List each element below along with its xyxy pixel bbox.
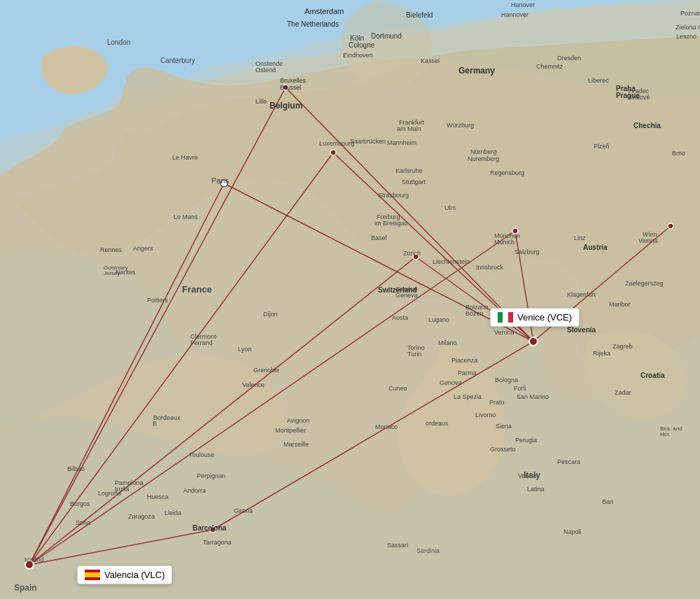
svg-text:Perugia: Perugia xyxy=(515,437,537,444)
svg-text:Eindhoven: Eindhoven xyxy=(343,52,373,59)
svg-text:Italy: Italy xyxy=(524,470,540,480)
svg-text:Lyon: Lyon xyxy=(238,346,251,353)
svg-text:Huesca: Huesca xyxy=(147,493,169,500)
svg-text:Andorra: Andorra xyxy=(183,487,206,494)
svg-text:Soria: Soria xyxy=(76,519,90,526)
svg-text:Spain: Spain xyxy=(14,583,37,593)
svg-text:Bordeaux: Bordeaux xyxy=(153,414,181,421)
svg-text:Zadar: Zadar xyxy=(615,389,631,396)
svg-text:Vienna: Vienna xyxy=(638,237,658,244)
svg-text:Salzburg: Salzburg xyxy=(514,248,540,255)
svg-text:Bologna: Bologna xyxy=(495,376,518,383)
svg-text:Madrid: Madrid xyxy=(24,556,44,563)
svg-text:Toulouse: Toulouse xyxy=(189,451,214,458)
svg-text:Liberec: Liberec xyxy=(588,77,609,84)
svg-text:Monaco: Monaco xyxy=(375,423,398,430)
svg-text:Sassari: Sassari xyxy=(387,542,408,549)
svg-text:Her.: Her. xyxy=(660,431,671,437)
svg-text:Perpignan: Perpignan xyxy=(197,472,225,479)
svg-text:London: London xyxy=(107,38,130,46)
svg-text:Munich: Munich xyxy=(494,239,514,246)
svg-text:Dijon: Dijon xyxy=(263,311,278,318)
svg-text:Cologne: Cologne xyxy=(349,41,375,49)
svg-text:Lugano: Lugano xyxy=(428,316,449,323)
svg-text:Turin: Turin xyxy=(407,351,421,358)
svg-text:Tarragona: Tarragona xyxy=(203,539,232,546)
svg-text:Belgium: Belgium xyxy=(270,101,302,111)
map-svg: Amsterdam The Netherlands Belgium Bruxel… xyxy=(0,0,700,599)
svg-text:La Spezia: La Spezia xyxy=(454,393,482,400)
svg-text:Austria: Austria xyxy=(583,244,608,251)
svg-text:Slovenia: Slovenia xyxy=(567,326,596,334)
svg-text:Girona: Girona xyxy=(234,507,253,514)
svg-text:Sardinia: Sardinia xyxy=(416,547,440,554)
svg-text:Poitiers: Poitiers xyxy=(147,297,169,304)
svg-text:Liechtenstein: Liechtenstein xyxy=(433,258,470,265)
svg-text:Parma: Parma xyxy=(458,369,477,376)
svg-text:Saarbrücken: Saarbrücken xyxy=(350,138,386,145)
svg-text:Switzerland: Switzerland xyxy=(378,286,417,294)
svg-text:Avignon: Avignon xyxy=(287,417,309,424)
svg-text:Hannover: Hannover xyxy=(501,11,528,18)
svg-text:Montpellier: Montpellier xyxy=(275,427,306,434)
svg-text:Paris: Paris xyxy=(211,176,230,185)
svg-text:Králové: Králové xyxy=(629,94,650,101)
svg-text:The Netherlands: The Netherlands xyxy=(287,20,339,28)
svg-text:Jersey: Jersey xyxy=(104,270,120,276)
svg-text:Basel: Basel xyxy=(371,234,387,241)
svg-text:Plzeň: Plzeň xyxy=(594,143,610,150)
svg-text:Leszno: Leszno xyxy=(676,33,696,40)
svg-text:Le Mans: Le Mans xyxy=(174,213,198,220)
svg-text:am Main: am Main xyxy=(397,125,421,132)
svg-text:Napoli: Napoli xyxy=(564,528,582,535)
svg-text:Livorno: Livorno xyxy=(475,411,496,418)
svg-text:Chemnitz: Chemnitz xyxy=(536,63,564,70)
svg-text:Logroño: Logroño xyxy=(98,490,121,497)
svg-text:Genova: Genova xyxy=(440,379,462,386)
svg-text:Dortmund: Dortmund xyxy=(371,32,402,40)
svg-text:Ostend: Ostend xyxy=(255,66,276,73)
svg-text:Lille: Lille xyxy=(255,98,267,105)
svg-text:Chechia: Chechia xyxy=(634,122,661,129)
svg-text:Karlsruhe: Karlsruhe xyxy=(396,167,423,174)
svg-text:Grenoble: Grenoble xyxy=(253,367,279,374)
svg-text:Pescara: Pescara xyxy=(557,458,580,465)
svg-text:Maribor: Maribor xyxy=(609,301,631,308)
svg-text:Barcelona: Barcelona xyxy=(192,524,227,532)
svg-text:Brno: Brno xyxy=(672,150,685,157)
svg-text:Burgos: Burgos xyxy=(70,500,90,507)
svg-text:Marseille: Marseille xyxy=(284,441,309,448)
svg-point-19 xyxy=(668,223,673,229)
svg-text:Innsbruck: Innsbruck xyxy=(476,264,504,271)
svg-text:Würzburg: Würzburg xyxy=(447,122,474,129)
svg-text:Grosseto: Grosseto xyxy=(490,446,516,453)
svg-point-21 xyxy=(529,337,538,346)
svg-text:Hanover: Hanover xyxy=(511,1,535,8)
svg-text:Zürich: Zürich xyxy=(403,250,421,257)
svg-text:Bielefeld: Bielefeld xyxy=(406,11,433,19)
svg-text:Milano: Milano xyxy=(438,339,457,346)
svg-text:Latina: Latina xyxy=(527,486,545,493)
svg-text:Zagreb: Zagreb xyxy=(612,343,633,350)
svg-text:Ulm: Ulm xyxy=(444,204,456,211)
svg-text:Siena: Siena xyxy=(496,423,512,430)
svg-text:Bilbao: Bilbao xyxy=(67,465,85,472)
svg-text:Ferrand: Ferrand xyxy=(190,339,213,346)
svg-text:Canterbury: Canterbury xyxy=(160,57,195,64)
svg-text:Zaelegerszeg: Zaelegerszeg xyxy=(625,280,664,287)
svg-text:Rennes: Rennes xyxy=(100,246,122,253)
svg-text:Bari: Bari xyxy=(602,498,613,505)
svg-text:Rijeka: Rijeka xyxy=(593,350,610,357)
svg-text:Luxembourg: Luxembourg xyxy=(319,140,354,147)
svg-text:Forlì: Forlì xyxy=(514,385,526,392)
svg-text:Stuttgart: Stuttgart xyxy=(402,178,426,185)
svg-text:Verona: Verona xyxy=(494,329,514,336)
svg-text:Germany: Germany xyxy=(458,66,495,76)
svg-text:Bozen: Bozen xyxy=(465,310,484,317)
svg-text:Cuneo: Cuneo xyxy=(388,385,407,392)
map-container: Amsterdam The Netherlands Belgium Bruxel… xyxy=(0,0,700,599)
svg-text:Linz: Linz xyxy=(574,234,586,241)
svg-text:Lleida: Lleida xyxy=(164,509,181,516)
svg-text:Croatia: Croatia xyxy=(640,372,665,379)
svg-text:Aosta: Aosta xyxy=(392,314,408,321)
